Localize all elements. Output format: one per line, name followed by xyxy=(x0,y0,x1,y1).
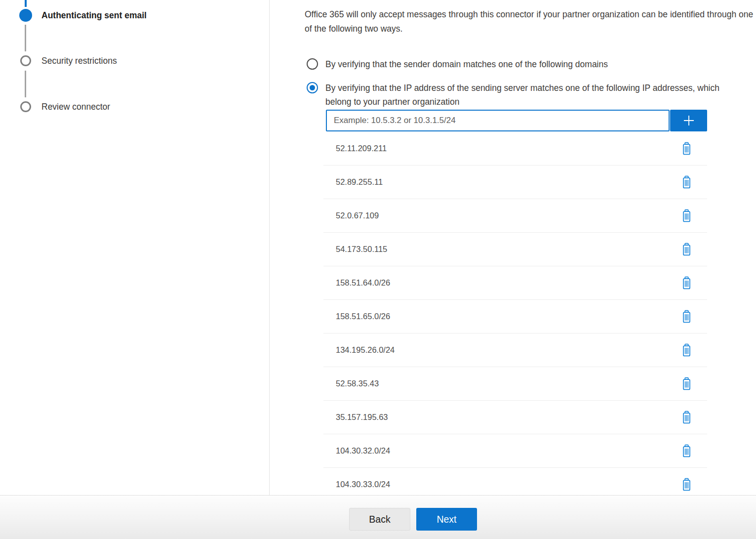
stepper-connector-line-top xyxy=(25,0,27,7)
ip-row: 52.58.35.43 xyxy=(323,367,707,401)
ip-address-label: 54.173.50.115 xyxy=(323,245,387,254)
radio-option-label: By verifying that the sender domain matc… xyxy=(325,57,608,71)
step-indicator-security-restrictions xyxy=(20,55,31,66)
ip-address-label: 52.11.209.211 xyxy=(323,144,387,153)
radio-option-label: By verifying that the IP address of the … xyxy=(325,81,736,109)
step-indicator-review-connector xyxy=(20,101,31,112)
trash-icon xyxy=(681,444,692,458)
delete-ip-button[interactable] xyxy=(678,240,695,259)
ip-address-label: 134.195.26.0/24 xyxy=(323,345,395,355)
sidebar-step-review-connector[interactable]: Review connector xyxy=(41,101,110,113)
connector-wizard-page: Authenticating sent email Security restr… xyxy=(0,0,756,539)
radio-unselected-icon xyxy=(307,58,318,70)
ip-address-label: 104.30.33.0/24 xyxy=(323,480,390,489)
next-button[interactable]: Next xyxy=(416,508,477,531)
ip-row: 134.195.26.0/24 xyxy=(323,333,707,367)
delete-ip-button[interactable] xyxy=(678,442,695,460)
delete-ip-button[interactable] xyxy=(678,274,695,292)
ip-row: 52.11.209.211 xyxy=(323,132,707,166)
add-ip-button[interactable] xyxy=(670,110,707,131)
delete-ip-button[interactable] xyxy=(678,341,695,360)
delete-ip-button[interactable] xyxy=(678,408,695,427)
trash-icon xyxy=(681,209,692,223)
trash-icon xyxy=(681,478,692,492)
delete-ip-button[interactable] xyxy=(678,475,695,494)
trash-icon xyxy=(681,276,692,290)
sidebar-step-authenticating-sent-email[interactable]: Authenticating sent email xyxy=(41,9,147,21)
ip-address-label: 158.51.64.0/26 xyxy=(323,278,390,288)
ip-row: 158.51.65.0/26 xyxy=(323,300,707,333)
stepper-connector-line xyxy=(25,71,26,97)
ip-row: 158.51.64.0/26 xyxy=(323,266,707,300)
trash-icon xyxy=(681,411,692,424)
trash-icon xyxy=(681,243,692,256)
footer-bar: Back Next xyxy=(0,495,756,539)
ip-address-label: 35.157.195.63 xyxy=(323,413,388,422)
ip-row: 52.0.67.109 xyxy=(323,199,707,233)
trash-icon xyxy=(681,377,692,391)
stepper-connector-line xyxy=(25,25,26,51)
ip-address-label: 158.51.65.0/26 xyxy=(323,312,390,321)
trash-icon xyxy=(681,343,692,357)
ip-row: 54.173.50.115 xyxy=(323,233,707,266)
trash-icon xyxy=(681,175,692,189)
delete-ip-button[interactable] xyxy=(678,173,695,192)
radio-option-ip-address[interactable]: By verifying that the IP address of the … xyxy=(307,82,736,109)
delete-ip-button[interactable] xyxy=(678,139,695,158)
trash-icon xyxy=(681,310,692,324)
plus-icon xyxy=(682,114,696,127)
ip-address-label: 104.30.32.0/24 xyxy=(323,446,390,456)
delete-ip-button[interactable] xyxy=(678,207,695,225)
ip-address-label: 52.0.67.109 xyxy=(323,211,379,220)
trash-icon xyxy=(681,142,692,156)
ip-address-label: 52.89.255.11 xyxy=(323,177,383,187)
radio-option-sender-domain[interactable]: By verifying that the sender domain matc… xyxy=(307,58,608,71)
radio-selected-icon xyxy=(307,82,318,93)
ip-row: 52.89.255.11 xyxy=(323,166,707,199)
back-button[interactable]: Back xyxy=(349,508,410,531)
ip-list: 52.11.209.211 52.89.255.11 52.0.67.109 xyxy=(323,132,707,501)
ip-address-label: 52.58.35.43 xyxy=(323,379,379,388)
step-indicator-authenticating-active xyxy=(19,9,32,22)
ip-address-input[interactable] xyxy=(326,110,670,131)
delete-ip-button[interactable] xyxy=(678,374,695,393)
ip-row: 104.30.32.0/24 xyxy=(323,434,707,468)
delete-ip-button[interactable] xyxy=(678,307,695,326)
sidebar-step-security-restrictions[interactable]: Security restrictions xyxy=(41,55,117,67)
intro-text: Office 365 will only accept messages thr… xyxy=(305,7,756,36)
ip-row: 35.157.195.63 xyxy=(323,401,707,434)
sidebar-divider xyxy=(269,0,270,495)
